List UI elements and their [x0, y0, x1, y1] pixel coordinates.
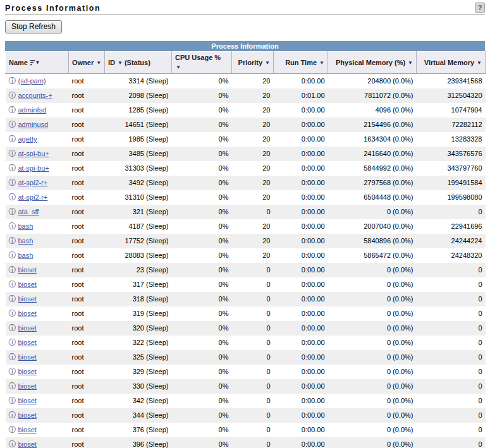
cell-id_status: 329 (Sleep)	[105, 365, 172, 379]
info-icon[interactable]: ⓘ	[9, 294, 16, 303]
info-icon[interactable]: ⓘ	[9, 207, 16, 216]
cell-run_time: 0:00.00	[274, 292, 328, 306]
cell-name: ⓘbioset	[6, 379, 69, 394]
info-icon[interactable]: ⓘ	[9, 309, 16, 318]
sort-desc-icon[interactable]: ▼	[408, 60, 413, 66]
cell-priority: 0	[232, 423, 274, 437]
process-name-link[interactable]: bioset	[18, 382, 37, 390]
cell-name: ⓘ(sd-pam)	[6, 74, 69, 89]
cell-virt_mem: 199598080	[417, 190, 486, 205]
process-name-link[interactable]: ata_sff	[18, 208, 39, 215]
sort-desc-icon[interactable]: ▼	[477, 60, 482, 66]
info-icon[interactable]: ⓘ	[9, 367, 16, 376]
process-name-link[interactable]: bioset	[18, 426, 37, 433]
column-header-virt_mem[interactable]: Virtual Memory▼	[417, 52, 486, 74]
process-name-link[interactable]: accounts-+	[18, 92, 52, 99]
cell-phys_mem: 0 (0.0%)	[328, 277, 417, 292]
cell-run_time: 0:00.00	[274, 277, 328, 292]
process-row: ⓘbiosetroot319 (Sleep)0%00:00.000 (0.0%)…	[6, 306, 486, 321]
process-name-link[interactable]: bioset	[18, 411, 37, 419]
info-icon[interactable]: ⓘ	[9, 76, 16, 85]
process-name-link[interactable]: bioset	[18, 397, 37, 404]
cell-name: ⓘadminfsd	[6, 103, 69, 118]
stop-refresh-button[interactable]: Stop Refresh	[5, 20, 62, 33]
process-name-link[interactable]: at-spi2-r+	[18, 179, 48, 186]
cell-cpu: 0%	[172, 88, 232, 103]
info-icon[interactable]: ⓘ	[9, 222, 16, 231]
info-icon[interactable]: ⓘ	[9, 193, 16, 202]
process-name-link[interactable]: bioset	[18, 368, 37, 375]
sort-desc-icon[interactable]: ▼	[319, 60, 324, 66]
cell-run_time: 0:00.00	[274, 365, 328, 379]
process-name-link[interactable]: bioset	[18, 339, 37, 346]
cell-owner: root	[69, 161, 105, 176]
info-icon[interactable]: ⓘ	[9, 120, 16, 129]
info-icon[interactable]: ⓘ	[9, 396, 16, 405]
info-icon[interactable]: ⓘ	[9, 135, 16, 143]
help-icon[interactable]: ?	[475, 3, 485, 13]
info-icon[interactable]: ⓘ	[9, 411, 16, 420]
sort-desc-icon[interactable]: ▼	[96, 60, 101, 66]
process-row: ⓘbiosetroot396 (Sleep)0%00:00.000 (0.0%)…	[6, 437, 486, 448]
info-icon[interactable]: ⓘ	[9, 338, 16, 347]
info-icon[interactable]: ⓘ	[9, 382, 16, 390]
info-icon[interactable]: ⓘ	[9, 178, 16, 187]
cell-cpu: 0%	[172, 103, 232, 118]
info-icon[interactable]: ⓘ	[9, 440, 16, 448]
process-name-link[interactable]: bioset	[18, 353, 37, 361]
column-header-owner[interactable]: Owner▼	[69, 52, 105, 74]
info-icon[interactable]: ⓘ	[9, 324, 16, 332]
cell-phys_mem: 0 (0.0%)	[328, 336, 417, 350]
info-icon[interactable]: ⓘ	[9, 280, 16, 289]
column-header-priority[interactable]: Priority▼	[232, 52, 274, 74]
process-name-link[interactable]: (sd-pam)	[18, 77, 46, 85]
process-name-link[interactable]: adminusd	[18, 121, 49, 128]
column-header-run_time[interactable]: Run Time▼	[274, 52, 328, 74]
process-name-link[interactable]: bash	[18, 251, 34, 259]
column-header-id_status[interactable]: ID▼(Status)	[105, 52, 172, 74]
sort-active-icon[interactable]	[30, 59, 39, 66]
cell-cpu: 0%	[172, 350, 232, 365]
cell-run_time: 0:00.00	[274, 423, 328, 437]
process-name-link[interactable]: bioset	[18, 324, 37, 332]
cell-id_status: 28083 (Sleep)	[105, 248, 172, 263]
process-name-link[interactable]: bioset	[18, 266, 37, 274]
process-row: ⓘbiosetroot23 (Sleep)0%00:00.000 (0.0%)0	[6, 263, 486, 277]
cell-cpu: 0%	[172, 234, 232, 248]
process-name-link[interactable]: at-spi-bu+	[18, 150, 49, 157]
column-header-name[interactable]: Name	[6, 52, 69, 74]
cell-cpu: 0%	[172, 74, 232, 89]
process-name-link[interactable]: at-spi2-r+	[18, 193, 48, 201]
process-row: ⓘbashroot17752 (Sleep)0%200:00.005840896…	[6, 234, 486, 248]
process-name-link[interactable]: at-spi-bu+	[18, 164, 49, 172]
info-icon[interactable]: ⓘ	[9, 353, 16, 361]
cell-run_time: 0:00.00	[274, 394, 328, 408]
cell-virt_mem: 0	[417, 423, 486, 437]
cell-id_status: 3314 (Sleep)	[105, 74, 172, 89]
info-icon[interactable]: ⓘ	[9, 265, 16, 274]
process-name-link[interactable]: bash	[18, 237, 34, 245]
cell-id_status: 23 (Sleep)	[105, 263, 172, 277]
process-name-link[interactable]: bioset	[18, 440, 37, 448]
info-icon[interactable]: ⓘ	[9, 91, 16, 100]
info-icon[interactable]: ⓘ	[9, 425, 16, 434]
column-header-cpu[interactable]: CPU Usage %▼	[172, 52, 232, 74]
process-name-link[interactable]: bash	[18, 222, 34, 230]
info-icon[interactable]: ⓘ	[9, 106, 16, 114]
cell-priority: 20	[232, 234, 274, 248]
cell-priority: 0	[232, 350, 274, 365]
info-icon[interactable]: ⓘ	[9, 251, 16, 260]
process-name-link[interactable]: bioset	[18, 310, 37, 317]
info-icon[interactable]: ⓘ	[9, 149, 16, 158]
process-name-link[interactable]: agetty	[18, 135, 37, 143]
info-icon[interactable]: ⓘ	[9, 236, 16, 245]
info-icon[interactable]: ⓘ	[9, 164, 16, 173]
sort-desc-icon[interactable]: ▼	[265, 60, 270, 66]
process-name-link[interactable]: bioset	[18, 281, 37, 288]
column-header-phys_mem[interactable]: Physical Memory (%)▼	[328, 52, 417, 74]
sort-desc-icon[interactable]: ▼	[176, 63, 228, 71]
process-name-link[interactable]: bioset	[18, 295, 37, 303]
sort-desc-icon[interactable]: ▼	[118, 60, 123, 66]
process-name-link[interactable]: adminfsd	[18, 106, 47, 114]
cell-phys_mem: 0 (0.0%)	[328, 205, 417, 219]
